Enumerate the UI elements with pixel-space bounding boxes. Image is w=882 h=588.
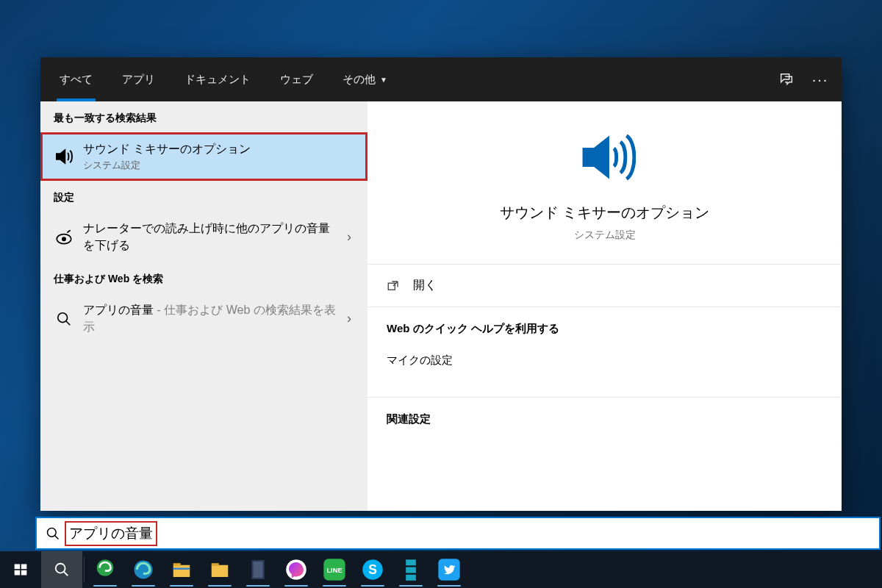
taskbar-underline [170,585,193,587]
svg-rect-26 [406,575,416,581]
detail-title: サウンド ミキサーのオプション [500,203,710,223]
svg-rect-16 [212,563,219,566]
results-list: 最も一致する検索結果 サウンド ミキサーのオプション システム設定 設定 ナレー… [40,101,368,511]
start-button[interactable] [0,551,41,588]
taskbar-app-line[interactable]: LINE [315,551,354,588]
svg-rect-13 [173,563,181,566]
related-settings-block: 関連設定 [368,398,842,447]
taskbar-app-edge-canary[interactable] [86,551,124,588]
taskbar-app-notepad[interactable] [239,551,277,588]
svg-rect-24 [406,559,416,565]
tab-label: すべて [60,73,93,87]
result-title: サウンド ミキサーのオプション [83,141,357,157]
taskbar-app-explorer-open[interactable] [201,551,239,588]
open-action[interactable]: 開く [368,265,842,306]
tab-apps[interactable]: アプリ [107,57,170,101]
settings-header: 設定 [40,181,368,212]
detail-hero: サウンド ミキサーのオプション システム設定 [368,101,842,264]
taskbar-underline [132,585,155,587]
tab-more[interactable]: その他▼ [328,57,402,101]
more-options-icon[interactable]: ··· [803,62,837,96]
svg-rect-12 [173,565,190,577]
svg-rect-3 [388,283,395,290]
settings-result-narrator[interactable]: ナレーターでの読み上げ時に他のアプリの音量を下げる › [40,212,368,262]
svg-point-4 [48,528,57,537]
best-match-header: 最も一致する検索結果 [40,101,368,132]
svg-point-9 [56,564,65,573]
svg-rect-7 [15,570,21,576]
taskbar-app-messenger[interactable] [277,551,315,588]
search-results-panel: すべて アプリ ドキュメント ウェブ その他▼ ··· 最も一致する検索結果 サ… [40,57,842,511]
search-icon [54,562,70,578]
taskbar-app-server[interactable] [392,551,430,588]
svg-text:LINE: LINE [326,567,342,574]
taskbar-underline [284,585,308,587]
chevron-right-icon: › [341,311,357,326]
web-search-header: 仕事および Web を検索 [40,262,368,293]
taskbar-underline [437,585,461,587]
taskbar-separator [84,557,85,582]
result-subtitle: システム設定 [83,159,357,172]
tab-web[interactable]: ウェブ [265,57,328,101]
speaker-icon [574,126,636,188]
web-result-query: アプリの音量 [83,304,154,316]
mic-settings-link[interactable]: マイクの設定 [387,349,822,372]
tab-documents[interactable]: ドキュメント [170,57,265,101]
search-icon [37,526,69,541]
taskbar-underline [361,585,384,587]
search-icon [51,311,77,327]
tab-label: アプリ [122,73,155,87]
svg-rect-14 [173,568,190,570]
related-settings-header: 関連設定 [387,412,822,426]
taskbar: LINES [0,551,882,588]
result-title: ナレーターでの読み上げ時に他のアプリの音量を下げる [83,220,341,254]
result-title: アプリの音量 - 仕事および Web の検索結果を表示 [83,302,341,335]
svg-point-1 [62,237,65,240]
taskbar-app-twitter[interactable] [430,551,468,588]
result-detail-pane: サウンド ミキサーのオプション システム設定 開く Web のクイック ヘルプを… [368,101,842,511]
taskbar-app-edge[interactable] [124,551,162,588]
svg-rect-25 [406,567,416,573]
open-label: 開く [413,278,437,293]
web-search-result[interactable]: アプリの音量 - 仕事および Web の検索結果を表示 › [40,293,368,344]
taskbar-underline [93,585,117,587]
narrator-icon [51,228,77,247]
svg-rect-5 [15,564,21,570]
search-query-text: アプリの音量 [69,526,153,541]
svg-rect-18 [254,562,263,578]
svg-rect-6 [21,564,27,570]
taskbar-search-button[interactable] [41,551,82,588]
tab-label: ドキュメント [184,73,251,87]
windows-icon [13,562,28,577]
tab-label: ウェブ [280,73,313,87]
svg-point-2 [58,312,68,322]
search-tabs-bar: すべて アプリ ドキュメント ウェブ その他▼ ··· [40,57,842,101]
open-icon [387,279,404,293]
taskbar-underline [208,585,232,587]
tab-label: その他 [343,73,376,87]
feedback-icon[interactable] [770,62,803,96]
quick-help-header: Web のクイック ヘルプを利用する [387,322,822,336]
quick-help-block: Web のクイック ヘルプを利用する マイクの設定 [368,307,842,379]
tab-all[interactable]: すべて [45,57,107,101]
taskbar-app-explorer[interactable] [162,551,201,588]
taskbar-underline [323,585,346,587]
speaker-icon [51,146,77,168]
taskbar-app-skype[interactable]: S [354,551,392,588]
search-box[interactable]: アプリの音量 [35,517,881,550]
best-match-result[interactable]: サウンド ミキサーのオプション システム設定 [40,132,368,181]
detail-subtitle: システム設定 [574,229,636,242]
svg-rect-8 [21,570,27,576]
taskbar-underline [246,585,270,587]
search-panel-body: 最も一致する検索結果 サウンド ミキサーのオプション システム設定 設定 ナレー… [40,101,842,511]
svg-text:S: S [368,562,377,577]
chevron-right-icon: › [341,229,357,245]
taskbar-underline [399,585,423,587]
chevron-down-icon: ▼ [380,76,387,84]
svg-rect-15 [212,565,229,577]
